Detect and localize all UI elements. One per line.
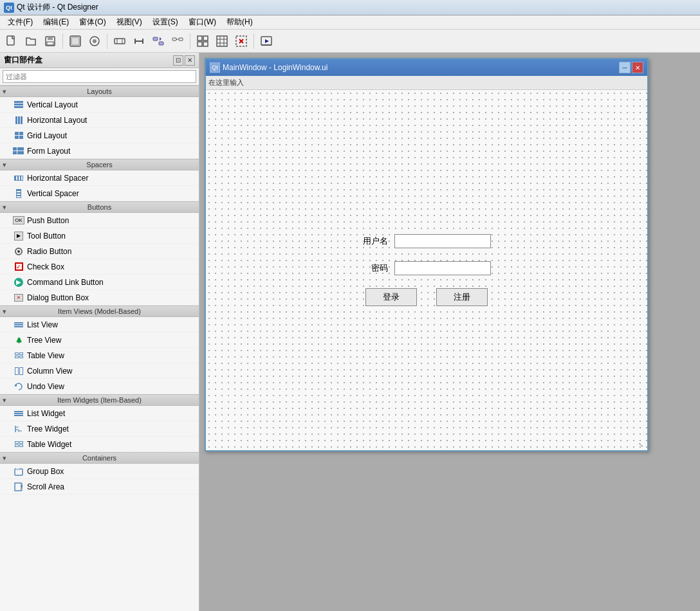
toolbar	[0, 30, 700, 53]
widget-box-title: 窗口部件盒	[4, 55, 42, 66]
vertical-spacer-icon	[13, 188, 24, 199]
category-containers[interactable]: Containers	[0, 452, 199, 464]
widget-item-horizontal-spacer[interactable]: Horizontal Spacer	[0, 170, 199, 186]
widget-item-radio-button[interactable]: Radio Button	[0, 244, 199, 259]
category-buttons[interactable]: Buttons	[0, 201, 199, 213]
register-button[interactable]: 注册	[436, 288, 488, 306]
designer-toolbar[interactable]: 在这里输入	[206, 76, 647, 90]
category-spacers[interactable]: Spacers	[0, 159, 199, 170]
designer-resize-handle[interactable]: ⤡	[638, 441, 646, 449]
toolbar-preview-btn[interactable]	[257, 32, 275, 50]
widget-item-list-widget[interactable]: List Widget	[0, 406, 199, 421]
username-input[interactable]	[394, 234, 491, 248]
menubar: 文件(F) 编辑(E) 窗体(O) 视图(V) 设置(S) 窗口(W) 帮助(H…	[0, 15, 700, 30]
toolbar-break-layout-btn[interactable]	[232, 32, 250, 50]
menu-settings[interactable]: 设置(S)	[147, 15, 183, 29]
filter-input[interactable]	[3, 70, 196, 83]
toolbar-signal-btn[interactable]	[130, 32, 148, 50]
category-item-widgets[interactable]: Item Widgets (Item-Based)	[0, 394, 199, 406]
svg-rect-43	[21, 485, 23, 488]
svg-rect-12	[153, 37, 158, 41]
widget-box-close-btn[interactable]: ✕	[185, 55, 195, 66]
toolbar-grid-btn[interactable]	[194, 32, 212, 50]
designer-title: MainWindow - LoginWindow.ui	[223, 63, 619, 72]
svg-rect-14	[172, 38, 176, 41]
toolbar-sep-4	[253, 33, 254, 49]
push-button-icon: OK	[13, 215, 24, 226]
widget-item-tree-widget[interactable]: Tree Widget	[0, 421, 199, 437]
designer-canvas[interactable]: 用户名 密码 登录 注册 ⤡	[206, 90, 647, 450]
toolbar-sep-1	[62, 33, 63, 49]
svg-rect-2	[48, 37, 53, 40]
command-link-button-icon: ▶	[13, 277, 24, 287]
login-form: 用户名 密码 登录 注册	[362, 234, 491, 306]
menu-window[interactable]: 窗口(W)	[183, 15, 221, 29]
tree-widget-icon	[13, 424, 24, 434]
widget-item-push-button[interactable]: OK Push Button	[0, 213, 199, 228]
password-input[interactable]	[394, 261, 491, 275]
widget-item-vertical-spacer[interactable]: Vertical Spacer	[0, 186, 199, 201]
main-area: 窗口部件盒 ⊡ ✕ Layouts Vertical Layout	[0, 53, 700, 611]
widget-item-form-layout[interactable]: Form Layout	[0, 143, 199, 159]
toolbar-grid2-btn[interactable]	[213, 32, 231, 50]
widget-item-horizontal-layout[interactable]: Horizontal Layout	[0, 113, 199, 128]
vertical-layout-icon	[13, 100, 24, 110]
toolbar-buddy-btn[interactable]	[169, 32, 187, 50]
group-box-icon: title	[13, 466, 24, 477]
app-icon: Qt	[4, 3, 14, 13]
toolbar-sep-2	[107, 33, 107, 49]
widget-item-table-widget[interactable]: Table Widget	[0, 437, 199, 452]
widget-item-column-view[interactable]: Column View	[0, 363, 199, 379]
toolbar-sep-3	[190, 33, 190, 49]
tree-view-icon: 🌲	[13, 335, 24, 345]
table-widget-icon	[13, 439, 24, 450]
toolbar-btn-4[interactable]	[66, 32, 84, 50]
toolbar-save-btn[interactable]	[41, 32, 59, 50]
widget-item-table-view[interactable]: Table View	[0, 348, 199, 363]
username-label: 用户名	[362, 235, 388, 247]
menu-view[interactable]: 视图(V)	[111, 15, 147, 29]
widget-item-dialog-button-box[interactable]: ✕ Dialog Button Box	[0, 290, 199, 306]
widget-item-undo-view[interactable]: Undo View	[0, 379, 199, 394]
widget-item-list-view[interactable]: List View	[0, 317, 199, 333]
toolbar-open-btn[interactable]	[22, 32, 40, 50]
grid-layout-icon	[13, 131, 24, 141]
svg-marker-31	[265, 39, 269, 43]
menu-form[interactable]: 窗体(O)	[74, 15, 111, 29]
widget-item-scroll-area[interactable]: Scroll Area	[0, 479, 199, 495]
widget-box: 窗口部件盒 ⊡ ✕ Layouts Vertical Layout	[0, 53, 199, 611]
widget-item-group-box[interactable]: title Group Box	[0, 464, 199, 479]
horizontal-layout-icon	[13, 115, 24, 125]
horizontal-spacer-icon	[13, 173, 24, 183]
designer-toolbar-text: 在这里输入	[208, 78, 244, 87]
menu-help[interactable]: 帮助(H)	[221, 15, 258, 29]
login-button[interactable]: 登录	[365, 288, 417, 306]
svg-rect-0	[7, 36, 14, 45]
category-item-views[interactable]: Item Views (Model-Based)	[0, 306, 199, 317]
widget-item-command-link-button[interactable]: ▶ Command Link Button	[0, 275, 199, 290]
toolbar-btn-5[interactable]	[86, 32, 104, 50]
app-title: Qt 设计师 - Qt Designer	[17, 2, 98, 13]
widget-item-vertical-layout[interactable]: Vertical Layout	[0, 97, 199, 113]
toolbar-new-btn[interactable]	[3, 32, 21, 50]
password-label: 密码	[362, 262, 388, 274]
svg-point-7	[93, 39, 97, 43]
category-layouts[interactable]: Layouts	[0, 86, 199, 97]
designer-close-btn[interactable]: ✕	[632, 62, 643, 73]
menu-file[interactable]: 文件(F)	[3, 15, 38, 29]
list-widget-icon	[13, 408, 24, 419]
filter-box	[0, 68, 199, 86]
toolbar-tab-order-btn[interactable]	[149, 32, 167, 50]
toolbar-edit-widget-btn[interactable]	[111, 32, 129, 50]
app-titlebar: Qt Qt 设计师 - Qt Designer	[0, 0, 700, 15]
widget-item-tool-button[interactable]: ▶ Tool Button	[0, 228, 199, 244]
svg-rect-18	[203, 36, 208, 41]
designer-minimize-btn[interactable]: ─	[619, 62, 631, 73]
undo-view-icon	[13, 381, 24, 392]
widget-box-pin-btn[interactable]: ⊡	[173, 55, 183, 66]
menu-edit[interactable]: 编辑(E)	[38, 15, 74, 29]
widget-item-check-box[interactable]: ✓ Check Box	[0, 259, 199, 275]
widget-item-grid-layout[interactable]: Grid Layout	[0, 128, 199, 143]
svg-rect-21	[217, 36, 227, 46]
widget-item-tree-view[interactable]: 🌲 Tree View	[0, 333, 199, 348]
